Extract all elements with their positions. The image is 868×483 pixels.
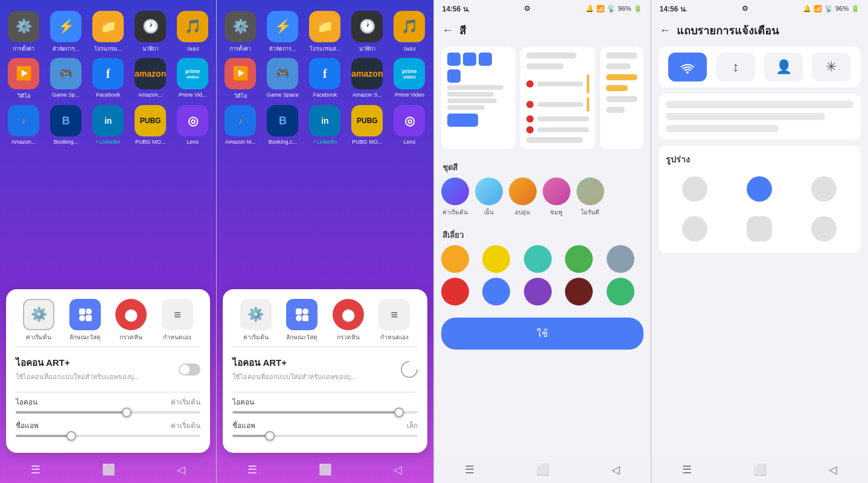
app-booking[interactable]: B Booking... [48, 105, 84, 145]
app-gamespace[interactable]: 🎮 Game Sp... [48, 58, 84, 100]
nav-home-icon-p4[interactable]: ⬜ [753, 463, 767, 476]
notif-buttons-row: ↕ 👤 ✳ [666, 53, 854, 82]
icon-slider-p2[interactable] [232, 411, 417, 414]
solid-colors-title: สีเลี่ยว [434, 224, 651, 245]
theme-cool[interactable]: เย็น [475, 178, 503, 217]
color-brown[interactable] [565, 278, 593, 305]
app-lens[interactable]: ◎ Lens [174, 105, 211, 145]
color-teal[interactable] [524, 245, 552, 273]
status-icons-p3: 🔔 📶 📡 96% 🔋 [586, 5, 642, 13]
app-amazon-p2[interactable]: amazon Amazon S... [349, 58, 385, 100]
nav-bar-panel3: ☰ ⬜ ◁ [434, 456, 651, 483]
theme-warm[interactable]: อบอุ่น [509, 178, 537, 217]
app-primevideo[interactable]: prime video Prime Vid... [174, 58, 211, 100]
theme-pink[interactable]: ชมพู [543, 178, 570, 217]
nav-menu-icon-p2[interactable]: ☰ [247, 463, 257, 476]
app-grid-row2-panel2: ▶️ วิดีโอ 🎮 Game Space f Facebook amazon… [217, 58, 433, 105]
app-music[interactable]: 🎵 เพลง [174, 11, 211, 53]
app-programs[interactable]: 📁 โปรแกรม... [90, 11, 126, 53]
shape-circle-3[interactable] [795, 212, 854, 246]
notif-bt-btn[interactable]: ✳ [812, 53, 850, 82]
nav-back-icon-p4[interactable]: ◁ [829, 463, 837, 476]
preview-card-2 [520, 46, 595, 149]
battery-icon-p4: 🔋 [851, 5, 860, 13]
app-amazonmusic[interactable]: ♪ Amazon... [5, 105, 42, 145]
app-video-p2[interactable]: ▶️ วิดีโอ [222, 58, 258, 100]
shape-rounded-1[interactable] [795, 172, 854, 206]
nav-home-icon[interactable]: ⬜ [102, 463, 115, 476]
shape-circle-2[interactable] [666, 212, 724, 246]
app-manager[interactable]: ⚡ ตัวจัดการ... [48, 11, 84, 53]
app-clock-p2[interactable]: 🕐 นาฬิกา [349, 11, 385, 53]
tab-default[interactable]: ⚙️ ค่าเริ่มต้น [23, 299, 54, 342]
color-emerald[interactable] [607, 278, 634, 305]
app-facebook-p2[interactable]: f Facebook [307, 58, 343, 100]
nav-menu-icon-p4[interactable]: ☰ [682, 463, 692, 476]
nav-menu-icon-p3[interactable]: ☰ [465, 463, 474, 476]
use-button[interactable]: ใช้ [441, 318, 643, 350]
app-lens-p2[interactable]: ◎ Lens [391, 105, 427, 145]
app-pubg[interactable]: PUBG PUBG MO... [132, 105, 168, 145]
appname-slider[interactable] [16, 435, 200, 437]
app-settings[interactable]: ⚙️ การตั้งค่า [5, 11, 42, 53]
back-button-p3[interactable]: ← [442, 24, 453, 37]
nav-menu-icon[interactable]: ☰ [31, 463, 40, 476]
nav-back-icon[interactable]: ◁ [177, 463, 185, 476]
shape-square-selected[interactable] [730, 172, 789, 206]
settings-gear-icon-p4[interactable]: ⚙ [742, 4, 748, 13]
tab-material-p2[interactable]: ลักษณะวัสดุ [286, 299, 318, 342]
app-programs-p2[interactable]: 📁 โปรแกรมส... [307, 11, 343, 53]
color-slate[interactable] [607, 245, 634, 273]
app-amazonm-p2[interactable]: ♪ Amazon M... [222, 105, 258, 145]
color-yellow[interactable] [482, 245, 510, 273]
notif-wifi-btn[interactable] [668, 53, 707, 82]
app-linkedin-p2[interactable]: in • LinkedIn [307, 105, 343, 145]
nav-back-icon-p2[interactable]: ◁ [394, 463, 402, 476]
app-facebook[interactable]: f Facebook [90, 58, 126, 100]
color-purple[interactable] [524, 278, 552, 305]
tab-custom-p2[interactable]: ≡ กำหนดเอง [378, 299, 410, 342]
theme-morandi[interactable]: โมรันดี [576, 178, 604, 217]
app-linkedin[interactable]: in • LinkedIn [90, 105, 126, 145]
nav-home-icon-p2[interactable]: ⬜ [319, 463, 332, 476]
shape-circle-1[interactable] [666, 172, 724, 206]
appname-slider-p2[interactable] [232, 435, 417, 437]
app-booking-p2[interactable]: B Booking.c... [264, 105, 301, 145]
tab-custom[interactable]: ≡ กำหนดเอง [162, 299, 193, 342]
battery-text: 96% [618, 5, 631, 12]
color-green[interactable] [565, 245, 593, 273]
icon-slider[interactable] [16, 411, 200, 414]
tab-pebble[interactable]: ⬤ กรวดหิน [115, 299, 147, 342]
app-amazon[interactable]: amazon Amazon... [132, 58, 168, 100]
back-button-p4[interactable]: ← [660, 24, 671, 37]
color-orange[interactable] [441, 245, 469, 273]
signal-icon: 📡 [607, 5, 616, 13]
settings-gear-icon[interactable]: ⚙ [524, 4, 531, 13]
app-clock[interactable]: 🕐 นาฬิกา [132, 11, 168, 53]
notif-user-btn[interactable]: 👤 [764, 53, 803, 82]
notif-sort-btn[interactable]: ↕ [716, 53, 755, 82]
app-gamespace-p2[interactable]: 🎮 Game Space [264, 58, 301, 100]
reload-icon[interactable] [397, 357, 421, 382]
app-video[interactable]: ▶️ วิดีโอ [5, 58, 42, 100]
app-manager-p2[interactable]: ⚡ ตัวจัดการ... [264, 11, 301, 53]
theme-default[interactable]: ค่าเริ่มต้น [441, 178, 469, 217]
status-bar-panel4: 14:56 น. ⚙ 🔔 📶 📡 96% 🔋 [651, 0, 868, 17]
nav-back-icon-p3[interactable]: ◁ [611, 463, 620, 476]
app-pubg-p2[interactable]: PUBG PUBG MO... [349, 105, 385, 145]
color-blue[interactable] [482, 278, 510, 305]
artplus-toggle[interactable] [179, 363, 200, 376]
shape-grid [666, 172, 854, 246]
app-prime-p2[interactable]: prime video Prime Video [391, 58, 427, 100]
tab-pebble-p2[interactable]: ⬤ กรวดหิน [333, 299, 364, 342]
shape-rounded-2[interactable] [730, 212, 789, 246]
app-grid-row1-panel2: ⚙️ การตั้งค่า ⚡ ตัวจัดการ... 📁 โปรแกรมส.… [217, 0, 433, 58]
color-themes-title: ชุดสี [434, 156, 651, 178]
status-time-p3: 14:56 น. [442, 3, 470, 14]
app-settings-p2[interactable]: ⚙️ การตั้งค่า [222, 11, 258, 53]
app-music-p2[interactable]: 🎵 เพลง [391, 11, 427, 53]
nav-home-icon-p3[interactable]: ⬜ [536, 463, 549, 476]
color-red[interactable] [441, 278, 469, 305]
tab-material[interactable]: ลักษณะวัสดุ [69, 299, 101, 342]
tab-default-p2[interactable]: ⚙️ ค่าเริ่มต้น [240, 299, 272, 342]
